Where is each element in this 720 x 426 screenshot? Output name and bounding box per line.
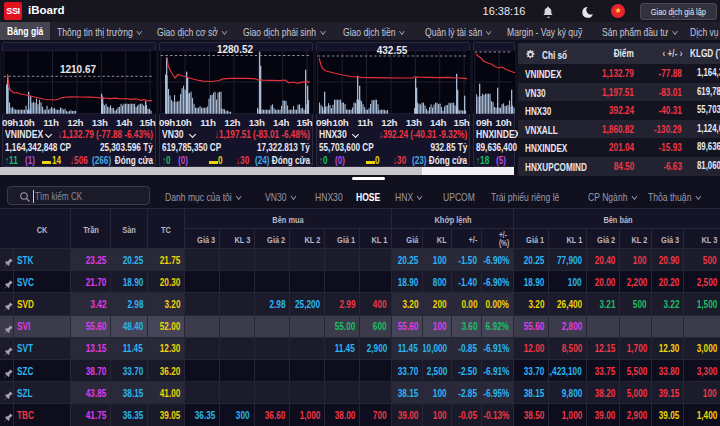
svg-text:11h: 11h	[357, 117, 373, 128]
svg-text:11h: 11h	[43, 117, 59, 128]
svg-text:432.55: 432.55	[377, 45, 408, 56]
svg-text:13h: 13h	[92, 117, 108, 128]
svg-text:10h: 10h	[19, 117, 35, 128]
svg-text:15h: 15h	[140, 117, 156, 128]
svg-text:15h: 15h	[454, 117, 470, 128]
svg-text:11h: 11h	[200, 117, 216, 128]
svg-text:1210.67: 1210.67	[60, 64, 97, 75]
svg-text:12h: 12h	[381, 117, 397, 128]
svg-text:12h: 12h	[224, 117, 240, 128]
svg-text:14h: 14h	[430, 117, 446, 128]
svg-text:14h: 14h	[116, 117, 132, 128]
svg-text:10h: 10h	[176, 117, 192, 128]
svg-text:09h: 09h	[316, 117, 332, 128]
svg-text:09h: 09h	[159, 117, 175, 128]
svg-text:15h: 15h	[297, 117, 313, 128]
svg-text:10h: 10h	[333, 117, 349, 128]
svg-text:13h: 13h	[249, 117, 265, 128]
svg-text:12h: 12h	[67, 117, 83, 128]
svg-text:1280.52: 1280.52	[217, 44, 254, 55]
svg-text:10h: 10h	[496, 117, 512, 128]
svg-text:09h: 09h	[476, 117, 492, 128]
svg-text:09h: 09h	[2, 117, 18, 128]
svg-text:14h: 14h	[273, 117, 289, 128]
svg-text:13h: 13h	[406, 117, 422, 128]
